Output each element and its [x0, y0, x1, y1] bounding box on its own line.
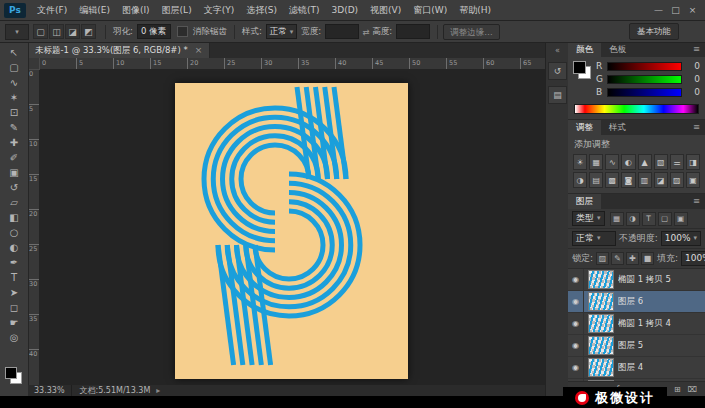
layer-row[interactable]: ◉ 图层 4: [568, 357, 705, 379]
style-select[interactable]: 正常▾: [266, 24, 298, 39]
adjustment-icon[interactable]: ▣: [686, 172, 700, 188]
tab-adjustments[interactable]: 调整: [568, 120, 601, 135]
layer-row[interactable]: ◉ 图层 5: [568, 335, 705, 357]
menu-item[interactable]: 编辑(E): [73, 0, 116, 20]
tool-button[interactable]: ▱: [2, 195, 26, 210]
collapse-dock-icon[interactable]: «: [555, 46, 560, 56]
adjustment-icon[interactable]: ☀: [573, 154, 587, 170]
menu-item[interactable]: 图层(L): [156, 0, 198, 20]
layer-visibility-toggle[interactable]: ◉: [568, 335, 584, 356]
layer-visibility-toggle[interactable]: ◉: [568, 291, 584, 312]
layer-kind-filter-icon[interactable]: ◑: [626, 212, 640, 226]
layer-row[interactable]: ◉ 椭圆 1 拷贝 4: [568, 313, 705, 335]
menu-item[interactable]: 窗口(W): [407, 0, 453, 20]
tool-button[interactable]: ▣: [2, 165, 26, 180]
adjustment-icon[interactable]: ▧: [654, 154, 668, 170]
tool-button[interactable]: ➤: [2, 285, 26, 300]
tool-button[interactable]: ↺: [2, 180, 26, 195]
close-tab-icon[interactable]: ×: [195, 42, 203, 58]
menu-item[interactable]: 文件(F): [31, 0, 73, 20]
layer-filter-select[interactable]: 类型▾: [572, 211, 605, 226]
menu-item[interactable]: 文字(Y): [198, 0, 241, 20]
artboard[interactable]: [175, 83, 408, 379]
tab-layers[interactable]: 图层: [568, 194, 601, 209]
tool-button[interactable]: ◎: [2, 330, 26, 345]
layer-kind-filter-icon[interactable]: ▢: [658, 212, 672, 226]
selection-mode-icon[interactable]: ◩: [81, 24, 96, 39]
adjustment-icon[interactable]: ◑: [573, 172, 587, 188]
tool-button[interactable]: ◐: [2, 240, 26, 255]
tool-button[interactable]: T: [2, 270, 26, 285]
menu-item[interactable]: 视图(V): [364, 0, 407, 20]
adjustment-icon[interactable]: ◐: [621, 154, 635, 170]
adjustment-icon[interactable]: ⚌: [670, 154, 684, 170]
menu-item[interactable]: 3D(D): [325, 0, 364, 20]
adjustment-icon[interactable]: ▥: [638, 172, 652, 188]
tool-button[interactable]: ☛: [2, 315, 26, 330]
tool-button[interactable]: ✎: [2, 120, 26, 135]
selection-mode-icon[interactable]: ◪: [65, 24, 80, 39]
menu-item[interactable]: 图像(I): [116, 0, 156, 20]
document-tab[interactable]: 未标题-1 @ 33.3%(图层 6, RGB/8#) * ×: [28, 42, 210, 58]
menu-item[interactable]: 滤镜(T): [283, 0, 326, 20]
layer-visibility-toggle[interactable]: ◉: [568, 269, 584, 290]
tool-button[interactable]: ↖: [2, 45, 26, 60]
blend-mode-select[interactable]: 正常▾: [572, 231, 616, 246]
tool-preset-picker[interactable]: ▾: [5, 24, 29, 40]
tool-button[interactable]: ✒: [2, 255, 26, 270]
maximize-button[interactable]: □: [667, 0, 684, 20]
tool-button[interactable]: ▢: [2, 60, 26, 75]
dock-panel-icon[interactable]: ↺: [548, 62, 567, 80]
layer-footer-icon[interactable]: ⌧: [688, 385, 697, 394]
panel-menu-icon[interactable]: ≡: [688, 42, 705, 57]
menu-item[interactable]: 选择(S): [240, 0, 283, 20]
layer-row[interactable]: ◉ 图层 6: [568, 291, 705, 313]
workspace-switcher[interactable]: 基本功能: [629, 23, 679, 40]
channel-slider[interactable]: [607, 75, 682, 84]
channel-slider[interactable]: [607, 62, 682, 71]
tool-button[interactable]: ◧: [2, 210, 26, 225]
channel-slider[interactable]: [607, 88, 682, 97]
selection-mode-icon[interactable]: ◫: [49, 24, 64, 39]
tool-button[interactable]: ○: [2, 225, 26, 240]
panel-menu-icon[interactable]: ≡: [688, 120, 705, 135]
foreground-color-swatch[interactable]: [573, 61, 586, 74]
tool-button[interactable]: ✐: [2, 150, 26, 165]
tool-button[interactable]: ⊡: [2, 105, 26, 120]
layer-kind-filter-icon[interactable]: ▣: [674, 212, 688, 226]
adjustment-icon[interactable]: ▲: [638, 154, 652, 170]
layer-kind-filter-icon[interactable]: T: [642, 212, 656, 226]
layer-visibility-toggle[interactable]: ◉: [568, 357, 584, 378]
adjustment-icon[interactable]: ∿: [605, 154, 619, 170]
adjustment-icon[interactable]: ▨: [670, 172, 684, 188]
height-input[interactable]: [396, 24, 430, 39]
opacity-select[interactable]: 100%▾: [661, 231, 701, 246]
feather-input[interactable]: 0 像素: [137, 24, 171, 39]
lock-icon[interactable]: ▨: [596, 252, 609, 265]
refine-edge-button[interactable]: 调整边缘…: [443, 24, 500, 40]
lock-icon[interactable]: ■: [641, 252, 654, 265]
color-spectrum-bar[interactable]: [574, 104, 699, 114]
foreground-background-swatches[interactable]: [573, 61, 591, 79]
adjustment-icon[interactable]: ◪: [654, 172, 668, 188]
tab-color[interactable]: 颜色: [568, 42, 601, 57]
adjustment-icon[interactable]: ◙: [621, 172, 635, 188]
layer-row[interactable]: ◉ 椭圆 1 拷贝 5: [568, 269, 705, 291]
antialias-checkbox[interactable]: [177, 26, 188, 37]
adjustment-icon[interactable]: ▩: [605, 172, 619, 188]
tool-button[interactable]: ◻: [2, 300, 26, 315]
swap-dimensions-icon[interactable]: ⇄: [362, 27, 369, 37]
menu-item[interactable]: 帮助(H): [453, 0, 497, 20]
layer-kind-filter-icon[interactable]: ▦: [610, 212, 624, 226]
tab-styles[interactable]: 样式: [601, 120, 634, 135]
tool-button[interactable]: ∿: [2, 75, 26, 90]
foreground-color-swatch[interactable]: [5, 367, 17, 379]
dock-panel-icon[interactable]: ▤: [548, 86, 567, 104]
adjustment-icon[interactable]: ▦: [589, 154, 603, 170]
status-options-arrow[interactable]: ▸: [156, 386, 160, 395]
layer-footer-icon[interactable]: ⊞: [674, 385, 681, 394]
tool-button[interactable]: ✚: [2, 135, 26, 150]
zoom-level[interactable]: 33.33%: [28, 385, 72, 396]
tab-swatches[interactable]: 色板: [601, 42, 634, 57]
adjustment-icon[interactable]: ▤: [589, 172, 603, 188]
